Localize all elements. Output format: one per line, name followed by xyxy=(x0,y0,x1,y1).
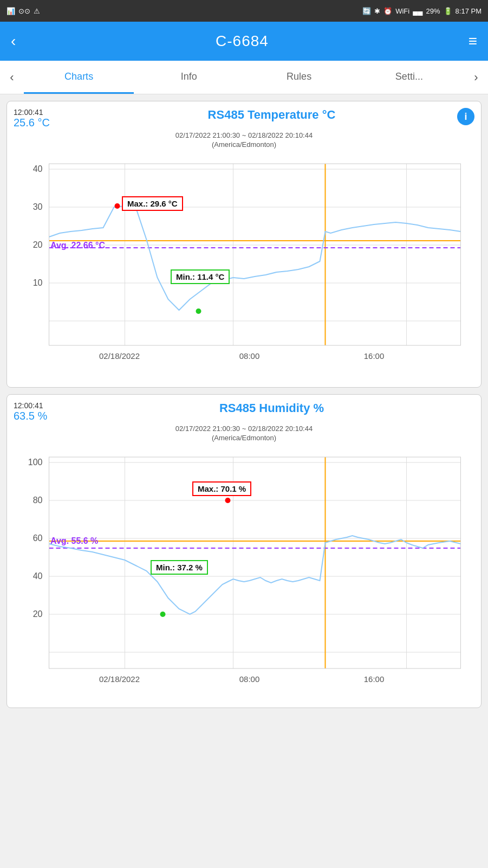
hum-max-annotation: Max.: 70.1 % xyxy=(192,481,251,496)
tab-next-button[interactable]: › xyxy=(464,61,488,94)
battery-label: 29% xyxy=(426,7,440,15)
temp-time-value: 12:00:41 25.6 °C xyxy=(14,108,62,129)
svg-text:30: 30 xyxy=(33,202,43,211)
svg-text:40: 40 xyxy=(33,571,43,581)
wifi-icon: WiFi xyxy=(395,7,409,15)
svg-text:100: 100 xyxy=(28,458,43,467)
svg-rect-21 xyxy=(49,164,461,345)
svg-text:08:00: 08:00 xyxy=(239,351,260,361)
tab-info[interactable]: Info xyxy=(134,61,244,94)
svg-point-41 xyxy=(160,612,166,617)
voicemail-icon: ⊙⊙ xyxy=(18,7,30,15)
menu-button[interactable]: ≡ xyxy=(469,33,477,50)
svg-rect-45 xyxy=(49,457,461,668)
temp-title-area: RS485 Temperature °C xyxy=(69,108,474,122)
temp-chart-card: i 12:00:41 25.6 °C RS485 Temperature °C … xyxy=(6,101,482,388)
hum-chart-card: 12:00:41 63.5 % RS485 Humidity % 02/17/2… xyxy=(6,394,482,708)
battery-icon: 🔋 xyxy=(444,7,452,15)
svg-point-40 xyxy=(225,498,231,503)
time-label: 8:17 PM xyxy=(456,7,482,15)
svg-text:40: 40 xyxy=(33,164,43,173)
svg-text:80: 80 xyxy=(33,496,43,505)
svg-text:16:00: 16:00 xyxy=(364,351,385,361)
tabs-container: Charts Info Rules Setti... xyxy=(24,61,464,94)
hum-chart-title: RS485 Humidity % xyxy=(69,401,474,415)
temp-time: 12:00:41 xyxy=(14,108,62,117)
temp-min-annotation: Min.: 11.4 °C xyxy=(171,269,230,284)
temp-chart-svg: 40 30 20 10 02/18/2022 08:00 xyxy=(14,153,474,370)
svg-text:60: 60 xyxy=(33,533,43,543)
bluetooth-icon: ✱ xyxy=(374,7,380,15)
svg-text:02/18/2022: 02/18/2022 xyxy=(99,351,140,361)
alarm-icon: ⏰ xyxy=(383,7,392,15)
tab-settings[interactable]: Setti... xyxy=(354,61,464,94)
app-title: C-6684 xyxy=(216,33,269,50)
temp-current-value: 25.6 °C xyxy=(14,117,62,129)
temp-chart-svg-wrap: 40 30 20 10 02/18/2022 08:00 xyxy=(14,153,474,381)
status-left: 📊 ⊙⊙ ⚠ xyxy=(6,7,40,15)
hum-min-annotation: Min.: 37.2 % xyxy=(151,560,208,575)
hum-timezone: (America/Edmonton) xyxy=(14,434,474,442)
svg-text:10: 10 xyxy=(33,278,43,287)
temp-chart-header: 12:00:41 25.6 °C RS485 Temperature °C xyxy=(14,108,474,129)
status-right: 🔄 ✱ ⏰ WiFi ▄▄ 29% 🔋 8:17 PM xyxy=(362,7,482,15)
svg-point-16 xyxy=(115,203,120,209)
sync-icon: 🔄 xyxy=(362,7,371,15)
app-bar: ‹ C-6684 ≡ xyxy=(0,22,488,61)
hum-avg-annotation: Avg. 55.6 % xyxy=(50,536,98,546)
temp-timezone: (America/Edmonton) xyxy=(14,140,474,149)
tab-charts[interactable]: Charts xyxy=(24,61,134,94)
hum-chart-header: 12:00:41 63.5 % RS485 Humidity % xyxy=(14,401,474,422)
svg-text:20: 20 xyxy=(33,609,43,619)
charts-area: i 12:00:41 25.6 °C RS485 Temperature °C … xyxy=(0,94,488,715)
tab-prev-button[interactable]: ‹ xyxy=(0,61,24,94)
temp-info-button[interactable]: i xyxy=(457,108,474,125)
alert-icon: ⚠ xyxy=(34,7,40,15)
svg-text:20: 20 xyxy=(33,240,43,249)
svg-text:02/18/2022: 02/18/2022 xyxy=(99,674,140,684)
hum-chart-svg-wrap: 100 80 60 40 20 02/18/2022 08 xyxy=(14,446,474,701)
temp-max-annotation: Max.: 29.6 °C xyxy=(122,196,183,211)
hum-date-range: 02/17/2022 21:00:30 ~ 02/18/2022 20:10:4… xyxy=(14,425,474,433)
hum-title-area: RS485 Humidity % xyxy=(69,401,474,415)
temp-date-range: 02/17/2022 21:00:30 ~ 02/18/2022 20:10:4… xyxy=(14,131,474,139)
svg-text:16:00: 16:00 xyxy=(364,674,385,684)
status-bar: 📊 ⊙⊙ ⚠ 🔄 ✱ ⏰ WiFi ▄▄ 29% 🔋 8:17 PM xyxy=(0,0,488,22)
hum-current-value: 63.5 % xyxy=(14,410,62,422)
hum-time-value: 12:00:41 63.5 % xyxy=(14,401,62,422)
temp-avg-annotation: Avg. 22.66 °C xyxy=(50,241,105,250)
svg-point-17 xyxy=(196,308,201,314)
tab-rules[interactable]: Rules xyxy=(244,61,354,94)
signal-icon: ▄▄ xyxy=(413,7,422,15)
tab-bar: ‹ Charts Info Rules Setti... › xyxy=(0,61,488,94)
hum-time: 12:00:41 xyxy=(14,401,62,410)
activity-icon: 📊 xyxy=(6,7,15,15)
svg-text:08:00: 08:00 xyxy=(239,674,260,684)
back-button[interactable]: ‹ xyxy=(11,33,16,50)
temp-chart-title: RS485 Temperature °C xyxy=(69,108,474,122)
